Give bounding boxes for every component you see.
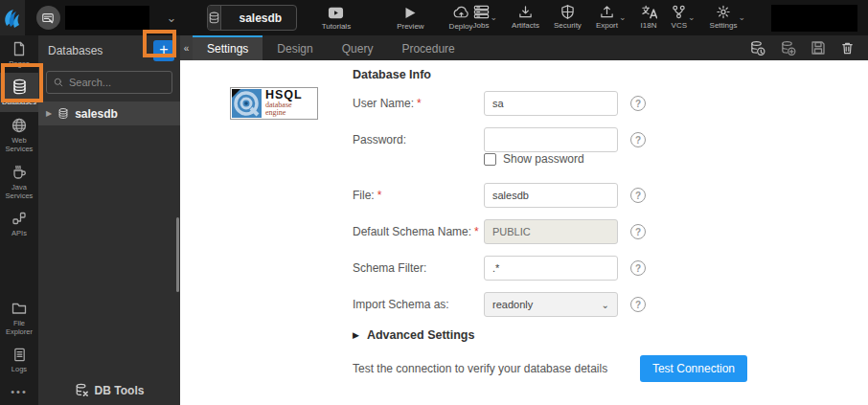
save-button[interactable] <box>811 40 826 56</box>
username-help-icon[interactable]: ? <box>630 96 646 111</box>
db-tools-icon <box>75 383 89 397</box>
tutorials-button[interactable]: Tutorials <box>322 6 351 31</box>
db-tools-button[interactable]: DB Tools <box>38 383 180 397</box>
security-button[interactable]: Security <box>554 5 582 30</box>
collapsed-arrow-icon: ▶ <box>353 330 359 340</box>
tab-query[interactable]: Query <box>328 35 388 60</box>
default-schema-row: Default Schema Name:* ? <box>353 219 747 244</box>
add-table-button[interactable] <box>780 40 796 56</box>
export-button[interactable]: Export <box>596 5 618 30</box>
vcs-caret-icon[interactable]: ⌄ <box>688 12 696 22</box>
sidebar-item-java-services[interactable]: Java Services <box>0 159 38 206</box>
topbar-tools-left: Tutorials Preview Deploy <box>322 6 473 31</box>
test-connection-button[interactable]: Test Connection <box>640 355 747 382</box>
select-chevron-down-icon: ⌄ <box>602 300 609 310</box>
user-info-redacted <box>771 5 857 32</box>
main-content: « Settings Design Query Procedure <box>180 35 868 405</box>
database-search-input[interactable] <box>69 77 165 88</box>
file-row: File:* ? <box>353 183 747 208</box>
api-nodes-icon <box>11 211 27 226</box>
add-database-button[interactable]: + <box>153 40 174 61</box>
import-schema-help-icon[interactable]: ? <box>630 297 646 312</box>
jobs-button[interactable]: Jobs <box>473 5 490 30</box>
file-input[interactable] <box>484 183 618 208</box>
sidebar-item-logs[interactable]: Logs <box>0 342 38 378</box>
export-caret-icon[interactable]: ⌄ <box>619 12 627 22</box>
default-schema-help-icon[interactable]: ? <box>630 224 646 239</box>
artifacts-button[interactable]: Artifacts <box>512 5 539 30</box>
file-help-icon[interactable]: ? <box>630 188 646 203</box>
collapse-panel-button[interactable]: « <box>180 35 193 60</box>
jobs-caret-icon[interactable]: ⌄ <box>491 12 498 22</box>
advanced-settings-toggle[interactable]: ▶ Advanced Settings <box>353 328 747 342</box>
logs-document-icon <box>12 348 27 362</box>
panel-scrollbar[interactable] <box>176 217 179 292</box>
database-icon <box>11 79 28 95</box>
topbar-tools-right: Jobs ⌄ Artifacts Security Export ⌄ <box>473 5 868 32</box>
settings-button[interactable]: Settings <box>710 5 738 30</box>
schema-filter-input[interactable] <box>484 256 618 281</box>
search-icon <box>54 77 63 88</box>
schema-filter-help-icon[interactable]: ? <box>630 260 646 276</box>
sidebar-more-button[interactable]: ••• <box>0 378 38 405</box>
password-row: Password: ? <box>353 127 747 152</box>
project-chevron-down-icon[interactable]: ⌄ <box>167 11 177 25</box>
download-icon <box>518 5 533 19</box>
deploy-button[interactable]: Deploy <box>449 6 473 31</box>
username-input[interactable] <box>484 91 618 116</box>
folder-icon <box>11 301 27 316</box>
test-connection-row: Test the connection to verify your datab… <box>353 355 747 382</box>
database-search[interactable] <box>46 71 172 94</box>
project-name-redacted <box>65 6 149 30</box>
database-action-buttons <box>749 35 868 60</box>
databases-panel: Databases + ▶ salesdb DB Tools <box>38 35 180 405</box>
db-tools-label: DB Tools <box>95 384 145 397</box>
preview-button[interactable]: Preview <box>397 6 423 31</box>
username-row: User Name:* ? <box>353 91 747 116</box>
gear-icon <box>716 5 731 19</box>
translate-icon <box>641 5 657 19</box>
password-label: Password: <box>353 133 484 146</box>
sidebar-item-databases[interactable]: Databases <box>0 73 38 111</box>
database-tree-item-salesdb[interactable]: ▶ salesdb <box>38 101 180 125</box>
import-schema-selected-value: readonly <box>492 299 533 310</box>
left-sidebar: Pages Databases Web Services Java Servic… <box>0 35 38 405</box>
required-marker: * <box>474 225 479 238</box>
schema-filter-row: Schema Filter: ? <box>353 256 747 281</box>
delete-database-button[interactable] <box>840 40 855 56</box>
hsql-engine-logo: HSQL database engine <box>230 87 318 120</box>
app-logo[interactable] <box>0 0 25 35</box>
tab-settings[interactable]: Settings <box>193 35 263 60</box>
reimport-database-button[interactable] <box>749 40 765 56</box>
sidebar-item-web-services[interactable]: Web Services <box>0 112 38 159</box>
expand-arrow-icon[interactable]: ▶ <box>46 109 52 118</box>
sidebar-spacer <box>0 243 38 295</box>
vcs-button[interactable]: VCS <box>672 5 687 30</box>
sidebar-item-apis[interactable]: APIs <box>0 205 38 242</box>
tab-procedure[interactable]: Procedure <box>387 35 468 60</box>
show-password-checkbox[interactable] <box>484 153 496 166</box>
schema-filter-label: Schema Filter: <box>353 261 484 275</box>
password-help-icon[interactable]: ? <box>630 132 646 147</box>
database-icon <box>208 5 221 31</box>
tree-item-label: salesdb <box>75 107 118 121</box>
sidebar-item-file-explorer[interactable]: File Explorer <box>0 295 38 342</box>
sidebar-item-pages[interactable]: Pages <box>0 35 38 73</box>
wavemaker-studio-window: ⌄ salesdb Tutorials Preview Deploy <box>0 0 868 405</box>
database-context-selector[interactable]: salesdb <box>207 5 296 31</box>
default-schema-input <box>484 219 618 244</box>
advanced-settings-label: Advanced Settings <box>367 328 475 342</box>
import-schema-select[interactable]: readonly ⌄ <box>484 292 618 317</box>
cloud-upload-icon <box>453 6 469 20</box>
i18n-button[interactable]: I18N <box>641 5 657 30</box>
required-marker: * <box>417 97 422 110</box>
form-heading: Database Info <box>353 68 747 81</box>
import-schema-label: Import Schema as: <box>353 298 484 311</box>
import-schema-row: Import Schema as: readonly ⌄ ? <box>353 292 747 317</box>
project-selector[interactable]: ⌄ <box>36 6 177 30</box>
tab-design[interactable]: Design <box>263 35 327 60</box>
default-schema-label: Default Schema Name: <box>353 225 471 238</box>
password-input[interactable] <box>484 127 618 152</box>
settings-caret-icon[interactable]: ⌄ <box>738 12 745 22</box>
database-context-name: salesdb <box>221 11 296 25</box>
